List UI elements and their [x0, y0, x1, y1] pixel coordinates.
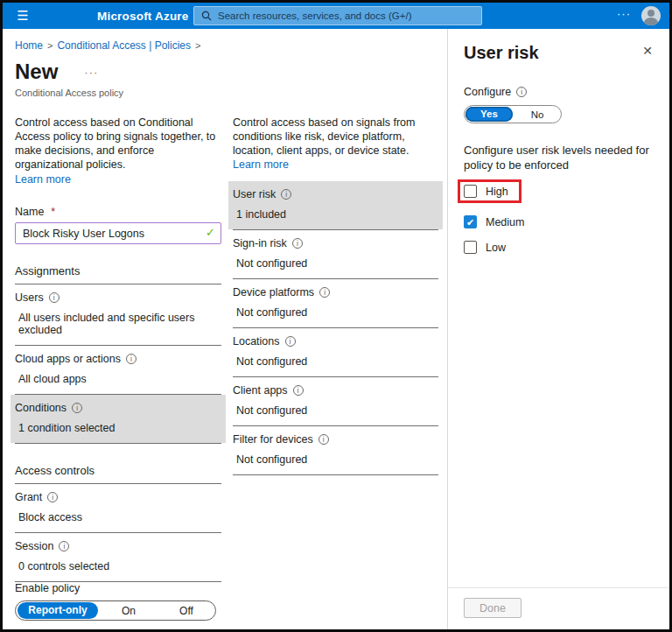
low-checkbox-label[interactable]: Low [486, 242, 506, 254]
page-title: New [15, 60, 58, 84]
condition-client-apps[interactable]: Client appsi Not configured [233, 377, 438, 425]
locations-value-link[interactable]: Not configured [236, 355, 438, 368]
toggle-no[interactable]: No [514, 109, 561, 120]
info-icon[interactable]: i [49, 292, 60, 303]
cloud-apps-value-link[interactable]: All cloud apps [18, 373, 221, 385]
info-icon[interactable]: i [281, 189, 291, 200]
users-field: Usersi All users included and specific u… [15, 284, 221, 345]
info-icon[interactable]: i [516, 87, 527, 97]
condition-filter-for-devices[interactable]: Filter for devicesi Not configured [233, 426, 438, 474]
search-icon [201, 11, 212, 21]
checkbox-row-medium[interactable]: ✔ Medium [464, 215, 654, 228]
info-icon[interactable]: i [72, 403, 82, 413]
toggle-off[interactable]: Off [158, 605, 215, 617]
panel-footer: Done [448, 587, 670, 629]
grant-field: Granti Block access [15, 484, 221, 532]
info-icon[interactable]: i [292, 238, 303, 249]
medium-checkbox-label[interactable]: Medium [486, 216, 524, 228]
enable-policy-label: Enable policy [15, 582, 221, 594]
learn-more-link[interactable]: Learn more [15, 172, 221, 186]
breadcrumb-home-link[interactable]: Home [15, 39, 43, 52]
toggle-yes[interactable]: Yes [466, 107, 513, 122]
high-checkbox[interactable] [464, 185, 477, 198]
user-risk-panel: User risk ✕ Configurei Yes No Configure … [447, 29, 670, 629]
policy-intro-text: Control access based on Conditional Acce… [15, 116, 221, 186]
divider [15, 443, 221, 444]
condition-user-risk-selected[interactable]: User riski 1 included [228, 181, 443, 229]
search-input[interactable] [218, 11, 474, 21]
done-button[interactable]: Done [464, 598, 522, 618]
conditions-intro-text: Control access based on signals from con… [233, 116, 438, 172]
top-bar: ☰ Microsoft Azure ··· [3, 3, 669, 29]
avatar[interactable] [641, 6, 661, 25]
policy-form-column: Control access based on Conditional Acce… [15, 116, 221, 622]
condition-sign-in-risk[interactable]: Sign-in riski Not configured [233, 230, 438, 278]
condition-device-platforms[interactable]: Device platformsi Not configured [233, 279, 438, 327]
configure-label: Configurei [464, 86, 654, 98]
info-icon[interactable]: i [126, 354, 136, 364]
info-icon[interactable]: i [47, 492, 58, 502]
toggle-report-only[interactable]: Report-only [18, 602, 98, 619]
global-search[interactable] [193, 6, 482, 25]
checkbox-row-low[interactable]: Low [464, 241, 654, 254]
cloud-apps-field: Cloud apps or actionsi All cloud apps [15, 346, 221, 394]
info-icon[interactable]: i [318, 434, 329, 445]
enable-policy-toggle: Report-only On Off [15, 600, 216, 621]
info-icon[interactable]: i [319, 287, 330, 298]
user-risk-value-link[interactable]: 1 included [236, 208, 438, 221]
info-icon[interactable]: i [59, 541, 69, 551]
low-checkbox[interactable] [464, 241, 477, 254]
session-value-link[interactable]: 0 controls selected [18, 560, 221, 572]
page-more-icon[interactable]: ··· [84, 66, 98, 79]
name-label: Name* [15, 206, 221, 218]
azure-portal-window: ☰ Microsoft Azure ··· Home>Conditional A… [0, 0, 672, 632]
breadcrumb-separator: > [195, 40, 200, 51]
configure-toggle: Yes No [464, 105, 562, 123]
info-icon[interactable]: i [285, 336, 296, 347]
conditions-value-link[interactable]: 1 condition selected [18, 422, 221, 434]
avatar-body [644, 18, 658, 25]
risk-levels-description: Configure user risk levels needed for po… [464, 143, 654, 172]
hamburger-menu-icon[interactable]: ☰ [3, 8, 43, 24]
assignments-header: Assignments [15, 264, 221, 284]
conditions-field-selected[interactable]: Conditionsi 1 condition selected [10, 395, 226, 443]
session-field: Sessioni 0 controls selected [15, 533, 221, 581]
check-icon: ✔ [466, 217, 474, 228]
policy-editor: Home>Conditional Access | Policies> New … [3, 29, 447, 629]
annotation-highlight-box: High [458, 179, 522, 203]
validation-check-icon: ✓ [206, 226, 215, 239]
divider [233, 474, 438, 475]
conditions-list: User riski 1 included Sign-in riski Not … [233, 181, 438, 475]
medium-checkbox[interactable]: ✔ [464, 215, 477, 228]
device-platforms-value-link[interactable]: Not configured [236, 306, 438, 319]
avatar-head [648, 10, 654, 17]
enable-policy-section: Enable policy Report-only On Off Create [15, 582, 221, 632]
panel-title: User risk [464, 43, 639, 63]
client-apps-value-link[interactable]: Not configured [236, 404, 438, 417]
info-icon[interactable]: i [293, 385, 304, 396]
conditions-column: Control access based on signals from con… [233, 116, 438, 622]
sign-in-risk-value-link[interactable]: Not configured [236, 257, 438, 270]
filter-for-devices-value-link[interactable]: Not configured [236, 453, 438, 466]
condition-locations[interactable]: Locationsi Not configured [233, 328, 438, 376]
required-asterisk: * [51, 206, 55, 218]
breadcrumb-separator: > [47, 40, 52, 51]
close-icon[interactable]: ✕ [639, 43, 656, 59]
page-subtitle: Conditional Access policy [15, 88, 438, 98]
high-checkbox-label[interactable]: High [486, 186, 508, 198]
breadcrumb: Home>Conditional Access | Policies> [15, 39, 438, 52]
policy-name-input[interactable] [15, 222, 221, 244]
topbar-more-icon[interactable]: ··· [617, 7, 631, 25]
access-controls-header: Access controls [15, 464, 221, 484]
breadcrumb-policies-link[interactable]: Conditional Access | Policies [57, 39, 191, 52]
brand-title[interactable]: Microsoft Azure [97, 10, 189, 23]
learn-more-link[interactable]: Learn more [233, 158, 289, 171]
grant-value-link[interactable]: Block access [18, 511, 221, 523]
toggle-on[interactable]: On [100, 605, 158, 617]
checkbox-row-high[interactable]: High [464, 185, 508, 198]
users-value-link[interactable]: All users included and specific users ex… [18, 312, 221, 336]
